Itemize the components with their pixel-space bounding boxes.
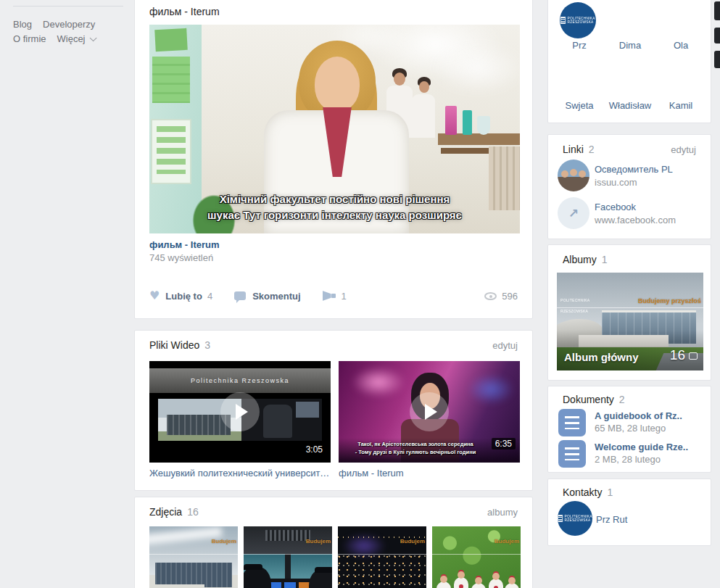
document-title[interactable]: Welcome guide Rze.. [595,442,688,452]
photo-detail [285,554,291,579]
album-title[interactable]: Album główny [564,351,639,363]
video-scene-poster [154,28,188,51]
photo-detail [338,555,426,588]
links-count: 2 [589,144,595,155]
post-text: фильм - Iterum [149,6,220,17]
videos-header: Pliki Wideo3 [149,339,210,351]
photo-detail [270,582,281,588]
video-duration-badge: 3:05 [302,444,326,455]
photo-folk-dancers[interactable]: Budujem [432,526,521,588]
post-video-player[interactable]: Хімічний факультет постійно нові рішення… [149,25,520,233]
prz-logo-icon: POLITECHNIKARZESZOWSKA [560,17,595,24]
video-title-link[interactable]: фильм - Iterum [149,239,220,250]
video-caption[interactable]: фильм - Iterum [339,468,520,479]
play-button[interactable] [220,392,260,431]
share-button[interactable]: 1 [323,291,347,302]
member-name[interactable]: Swjeta [554,100,605,111]
video-scene-presenter-face [315,57,360,112]
dancer-figure [454,577,468,588]
documents-header: Dokumenty2 [563,394,625,405]
photo-detail [244,564,262,570]
share-count: 1 [342,291,347,302]
member-name[interactable]: Ola [655,40,706,51]
member-name[interactable]: Kamil [655,100,706,111]
contacts-header-label[interactable]: Kontakty [563,486,602,498]
thumb-subtitles: Такої, як Арістотелевська золота середин… [343,440,488,456]
video-views-count: 745 wyświetleń [149,252,213,263]
document-icon[interactable] [558,409,586,436]
photo-cockpit[interactable]: Budujem [244,526,332,588]
video-duration-badge: 6:35 [492,438,516,450]
comment-button[interactable]: Skomentuj [234,291,300,302]
like-button[interactable]: ♥ Lubię to 4 [149,290,212,302]
links-edit-link[interactable]: edytuj [671,144,696,155]
link-url: www.facebook.com [595,215,676,225]
member-avatar-prz[interactable]: POLITECHNIKARZESZOWSKA [560,2,596,38]
videos-edit-link[interactable]: edytuj [492,340,518,351]
post-views-count: 596 [502,291,518,302]
photo-night-concert[interactable]: Budujem [338,526,426,588]
footer-link-blog[interactable]: Blog [13,19,32,30]
document-icon[interactable] [558,440,586,468]
members-card: POLITECHNIKARZESZOWSKA Prz Dima Ola Swje… [547,0,711,123]
contact-avatar[interactable]: POLITECHNIKARZESZOWSKA [558,501,592,536]
photo-watermark: Budujem [400,538,425,544]
footer-link-more[interactable]: Więcej [57,33,86,44]
thumb-scene-light [352,367,405,397]
photo-detail [284,582,296,588]
links-header-label[interactable]: Linki [563,144,584,155]
member-name[interactable]: Dima [605,40,655,51]
video-thumb-1[interactable]: Politechnika Rzeszowska 3:05 [149,361,331,463]
photo-watermark: Budujem [212,538,236,544]
footer-link-about[interactable]: O firmie [13,33,46,44]
albums-link[interactable]: albumy [487,507,518,518]
like-count: 4 [207,291,212,302]
contact-name[interactable]: Prz Rut [596,514,627,525]
videos-header-label[interactable]: Pliki Wideo [149,339,199,351]
photo-watermark: Budujem [306,538,331,544]
video-caption[interactable]: Жешувкий политехнический университет... [149,468,331,479]
video-scene-cylinder [463,110,472,135]
album-main-thumb[interactable]: Budujemy przyszłoś POLITECHNIKARZESZOWSK… [557,273,703,370]
documents-header-label[interactable]: Dokumenty [563,394,614,405]
video-thumbs-row: Politechnika Rzeszowska 3:05 Такої, як А… [149,361,520,463]
play-button[interactable] [410,392,449,431]
link-title[interactable]: Facebook [595,202,636,212]
document-meta: 65 MB, 28 lutego [595,423,666,434]
video-thumb-2[interactable]: Такої, як Арістотелевська золота середин… [339,361,520,463]
window-edge-tab [714,51,720,68]
footer-links-row-2: O firmieWięcej [13,33,94,44]
documents-card: Dokumenty2 A guidebook of Rz.. 65 MB, 28… [547,386,711,473]
member-name[interactable]: Władisław [605,100,655,111]
link-title[interactable]: Осведомитель PL [595,164,673,175]
external-link-arrow-icon: ↗ [568,206,579,220]
video-scene-poster [152,57,190,103]
member-name[interactable]: Prz [554,40,605,51]
thumb-scene-banner: Politechnika Rzeszowska [149,368,331,393]
dancer-figure [505,583,519,588]
photo-campus-building[interactable]: Budujem [149,526,238,588]
photo-stack-icon [689,352,698,360]
video-scene-cylinder [445,106,457,135]
photo-detail [155,563,232,587]
video-scene-person [419,81,429,93]
photo-watermark-line [244,554,332,555]
links-card: Linki2 edytuj Осведомитель PL issuu.com … [547,134,711,239]
video-scene-poster [151,119,191,184]
link-avatar-facebook[interactable]: ↗ [558,197,589,229]
albums-card: Albumy1 Budujemy przyszłoś POLITECHNIKAR… [547,244,711,381]
document-title[interactable]: A guidebook of Rz.. [595,410,682,421]
like-label: Lubię to [165,291,202,302]
albums-header-label[interactable]: Albumy [563,254,597,265]
photo-detail [152,584,204,588]
photos-count: 16 [187,506,199,518]
video-scene-smoke [431,42,520,94]
thumb-subtitle-line: - Тому друзі в Кулі гуляють вечірньої го… [343,448,488,456]
album-watermark: Budujemy przyszłoś [638,297,701,305]
albums-header: Albumy1 [563,254,607,265]
photos-header-label[interactable]: Zdjęcia [149,506,182,518]
photo-watermark-line [149,554,238,555]
footer-link-developers[interactable]: Developerzy [43,19,95,30]
video-scene-person [412,94,435,138]
link-avatar-osvedomitel[interactable] [558,160,589,191]
